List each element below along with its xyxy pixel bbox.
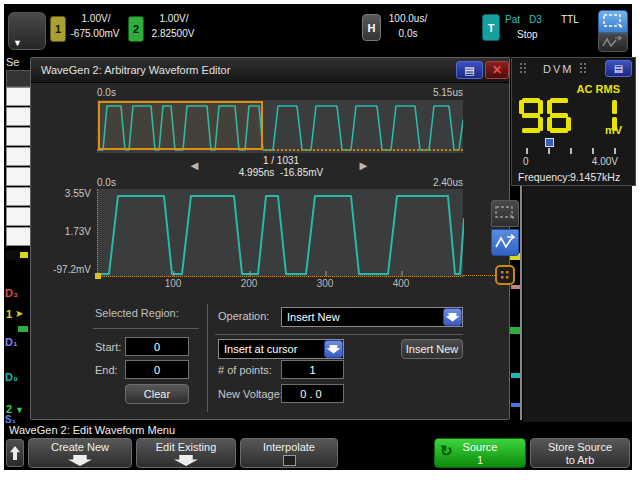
selection-tool-button[interactable]: [491, 200, 519, 227]
new-voltage-field[interactable]: 0.0: [281, 384, 344, 403]
edit-y-min: -97.2mV: [43, 265, 91, 275]
end-label: End:: [95, 365, 118, 376]
menu-list-icon: ▤: [614, 64, 623, 74]
softkey-menu-title: WaveGen 2: Edit Waveform Menu: [9, 425, 175, 436]
points-field[interactable]: 1: [281, 360, 344, 379]
clear-button[interactable]: Clear: [125, 384, 189, 404]
scope-screen: ▼ 1 1.00V/ -675.00mV 2 1.00V/ 2.82500V H…: [4, 4, 632, 470]
softkey-interpolate[interactable]: Interpolate: [240, 438, 338, 468]
sidebar-label: Se: [6, 57, 19, 68]
softkey-label-line2: to Arb: [531, 454, 629, 466]
insert-new-button[interactable]: Insert New: [401, 339, 463, 359]
plot-drag-handle[interactable]: [495, 265, 515, 285]
nav-point-index: 1 / 1031: [231, 156, 331, 166]
overview-baseline-dotted: [265, 149, 463, 151]
horizontal-delay: 0.0s: [384, 29, 432, 39]
trigger-level: TTL: [561, 15, 579, 25]
close-icon: ✕: [492, 64, 502, 76]
softkey-label: Edit Existing: [137, 441, 235, 453]
dvm-frequency-value: 9.1457kHz: [570, 172, 620, 183]
softkey-store-source[interactable]: Store Source to Arb: [530, 438, 630, 468]
right-tick-ch2: [510, 327, 520, 334]
edit-waveform: [98, 189, 464, 277]
overview-start-time: 0.0s: [97, 88, 116, 98]
refresh-icon: ↻: [440, 443, 453, 458]
overview-end-time: 5.15us: [413, 88, 463, 98]
nav-cursor-readout: 4.995ns -16.85mV: [211, 168, 351, 178]
right-tick-s1: [511, 403, 520, 407]
waveform-tool-button-top[interactable]: [598, 33, 628, 52]
grip-icon: [497, 267, 513, 283]
channel2-level-tick: [18, 326, 28, 332]
region-divider: [93, 328, 199, 329]
start-field[interactable]: 0: [125, 337, 189, 356]
operation-dropdown-button[interactable]: [443, 308, 462, 326]
softkey-label: Interpolate: [241, 441, 337, 453]
softkey-create-new[interactable]: Create New: [28, 438, 132, 468]
selection-rect-icon: [492, 201, 518, 226]
digital-channel-d1-marker[interactable]: D₁: [5, 337, 18, 348]
wavegen-editor-dialog: WaveGen 2: Arbitrary Waveform Editor ▤ ✕…: [30, 57, 510, 420]
dialog-close-button[interactable]: ✕: [485, 61, 509, 79]
nav-prev-button[interactable]: ◄: [188, 159, 201, 172]
channel1-ground-marker[interactable]: 1 ➤: [4, 306, 30, 322]
dvm-scale-marker: [545, 138, 554, 147]
grip-dots-left-icon: [520, 63, 528, 75]
edit-x-tick-200: 200: [234, 279, 264, 289]
start-label: Start:: [95, 342, 121, 353]
dvm-scale-tick: [614, 148, 616, 154]
main-menu-button[interactable]: ▼: [8, 12, 46, 50]
dvm-unit: mV: [605, 124, 622, 136]
trigger-mode: Pat: [505, 15, 520, 25]
dvm-scale-tick: [592, 148, 594, 154]
operation-divider: [215, 334, 463, 335]
trigger-status: Stop: [517, 30, 538, 40]
top-toolbar: ▼ 1 1.00V/ -675.00mV 2 1.00V/ 2.82500V H…: [4, 4, 632, 52]
edit-y-mid: 1.73V: [49, 227, 91, 237]
dialog-titlebar[interactable]: WaveGen 2: Arbitrary Waveform Editor ▤ ✕: [31, 58, 509, 83]
waveform-edit-icon: [599, 34, 627, 51]
overview-waveform-strip[interactable]: [97, 100, 463, 153]
waveform-tool-button[interactable]: [491, 229, 519, 256]
softkey-edit-existing[interactable]: Edit Existing: [136, 438, 236, 468]
dvm-title: DVM: [543, 64, 573, 75]
down-arrow-icon: [68, 455, 92, 466]
trigger-badge[interactable]: T: [482, 14, 500, 41]
marker-arrow-down-icon: ▼: [15, 405, 24, 415]
dropdown-arrow-icon: [446, 313, 460, 322]
end-field[interactable]: 0: [125, 360, 189, 379]
operation-label: Operation:: [218, 311, 269, 322]
insert-mode-dropdown-button[interactable]: [324, 340, 343, 358]
horizontal-badge[interactable]: H: [362, 14, 381, 41]
menu-up-button[interactable]: [6, 439, 24, 467]
interpolate-checkbox[interactable]: [283, 455, 296, 466]
marker-arrow-icon: ➤: [15, 308, 23, 319]
channel2-vdiv: 1.00V/: [146, 14, 202, 24]
dvm-scale-tick: [548, 148, 550, 154]
dvm-menu-button[interactable]: ▤: [605, 60, 632, 77]
selection-rect-icon: [599, 11, 627, 32]
points-label: # of points:: [218, 365, 272, 376]
up-arrow-icon: [10, 446, 20, 460]
insert-mode-value: Insert at cursor: [224, 343, 297, 355]
dialog-menu-button[interactable]: ▤: [456, 61, 483, 79]
digital-channel-d3-marker[interactable]: D₃: [5, 288, 18, 299]
softkey-label: Create New: [29, 441, 131, 453]
right-tick-d3: [511, 285, 520, 289]
selected-region-title: Selected Region:: [95, 308, 179, 319]
dvm-scale-tick: [526, 148, 528, 154]
digital-channel-d0-marker[interactable]: D₀: [5, 372, 18, 383]
channel1-vdiv: 1.00V/: [68, 14, 124, 24]
screenshot-root: ▼ 1 1.00V/ -675.00mV 2 1.00V/ 2.82500V H…: [0, 0, 640, 480]
operation-dropdown[interactable]: Insert New: [281, 307, 463, 327]
new-voltage-label: New Voltage:: [218, 389, 283, 400]
nav-next-button[interactable]: ►: [357, 159, 370, 172]
dvm-scale-max: 4.00V: [586, 157, 618, 167]
softkey-source[interactable]: ↻ Source 1: [434, 438, 526, 468]
down-arrow-icon: [174, 455, 198, 466]
dialog-title: WaveGen 2: Arbitrary Waveform Editor: [41, 65, 230, 76]
selection-tool-button-top[interactable]: [598, 10, 628, 33]
overview-selection-box[interactable]: [98, 101, 263, 150]
edit-waveform-plot[interactable]: [97, 189, 463, 277]
edit-y-max: 3.55V: [49, 189, 91, 199]
